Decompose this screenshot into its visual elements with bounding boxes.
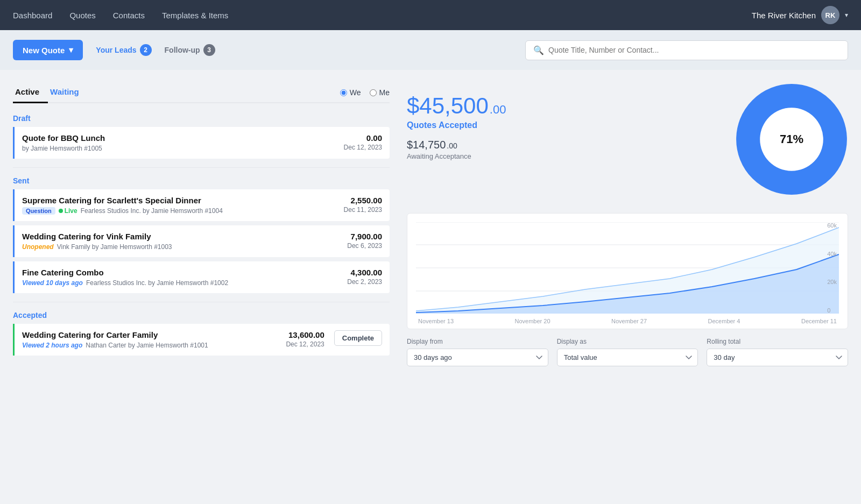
tab-active[interactable]: Active [13,83,48,103]
x-label-3: December 4 [708,318,740,324]
display-as-group: Display as Total value Count [557,338,698,366]
display-from-group: Display from 30 days ago 60 days ago 90 … [407,338,548,366]
unopened-status: Unopened [22,243,54,251]
radio-me-text: Me [379,88,390,97]
radio-we-input[interactable] [340,89,347,96]
awaiting-label: Awaiting Acceptance [407,152,722,160]
nav-dashboard[interactable]: Dashboard [13,9,52,22]
followup-badge: 3 [203,44,215,56]
quote-date: Dec 6, 2023 [347,242,382,250]
nav-contacts[interactable]: Contacts [113,9,145,22]
awaiting-cents: .00 [447,141,457,150]
donut-chart: 71% [735,83,848,196]
quote-title: Supreme Catering for Scarlett's Special … [22,196,337,205]
rolling-total-label: Rolling total [707,338,848,345]
your-leads-badge: 2 [140,44,152,56]
quote-card-left: Wedding Catering for Vink Family Unopene… [22,232,341,251]
quote-amount: 7,900.00 [347,232,382,241]
x-label-4: December 11 [801,318,837,324]
quote-amount: 0.00 [344,133,382,143]
radio-we-label[interactable]: We [340,88,361,97]
question-badge: Question [22,207,55,215]
radio-me-label[interactable]: Me [370,88,390,97]
quote-card-left: Wedding Catering for Carter Family Viewe… [22,330,279,349]
draft-quote-card-0[interactable]: Quote for BBQ Lunch by Jamie Hemsworth #… [13,127,390,159]
navbar: Dashboard Quotes Contacts Templates & It… [0,0,861,30]
nav-quotes[interactable]: Quotes [69,9,95,22]
chart-container: 60k 40k 20k 0 November 13 November 20 No… [407,213,848,329]
accepted-quote-card-0[interactable]: Wedding Catering for Carter Family Viewe… [13,324,390,356]
company-name: The River Kitchen [752,11,816,20]
quote-card-right: 13,600.00 Dec 12, 2023 Complete [279,330,382,348]
y-label-0: 0 [827,307,837,314]
nav-templates[interactable]: Templates & Items [162,9,228,22]
section-divider-2 [13,302,390,302]
nav-company[interactable]: The River Kitchen RK ▾ [752,6,848,24]
rolling-total-group: Rolling total 30 day 7 day 14 day [707,338,848,366]
draft-section-title: Draft [13,114,390,123]
quote-meta: Question Live Fearless Studios Inc. by J… [22,207,337,215]
chart-x-labels: November 13 November 20 November 27 Dece… [416,318,839,324]
display-as-label: Display as [557,338,698,345]
sent-quote-card-0[interactable]: Supreme Catering for Scarlett's Special … [13,189,390,221]
quote-amount: 13,600.00 [286,330,324,339]
quote-card-right: 4,300.00 Dec 2, 2023 [341,268,382,286]
quote-date: Dec 11, 2023 [344,206,382,214]
complete-button[interactable]: Complete [334,330,382,346]
accepted-label: Quotes Accepted [407,120,722,130]
quote-title: Fine Catering Combo [22,268,341,277]
x-label-2: November 27 [611,318,647,324]
new-quote-label: New Quote [23,46,65,55]
display-from-label: Display from [407,338,548,345]
display-from-select[interactable]: 30 days ago 60 days ago 90 days ago [407,349,548,366]
stats-text: $45,500.00 Quotes Accepted $14,750.00 Aw… [407,83,722,160]
dropdown-icon: ▾ [69,45,73,55]
y-label-60k: 60k [827,222,837,229]
quote-date: Dec 12, 2023 [286,340,324,348]
search-box: 🔍 [525,40,848,60]
search-input[interactable] [548,46,840,54]
quote-title: Wedding Catering for Carter Family [22,330,279,339]
tab-waiting[interactable]: Waiting [48,83,88,103]
chart-controls: Display from 30 days ago 60 days ago 90 … [407,338,848,366]
quote-meta: Unopened Vink Family by Jamie Hemsworth … [22,243,341,251]
quote-amount: 4,300.00 [347,268,382,277]
rolling-total-select[interactable]: 30 day 7 day 14 day [707,349,848,366]
accepted-amount: $45,500 [407,94,489,118]
radio-me-input[interactable] [370,89,377,96]
display-as-select[interactable]: Total value Count [557,349,698,366]
quote-card-left: Supreme Catering for Scarlett's Special … [22,196,337,215]
followup-pill[interactable]: Follow-up 3 [165,44,215,56]
accepted-amount-row: $45,500.00 [407,94,722,118]
sent-quote-card-2[interactable]: Fine Catering Combo Viewed 10 days ago F… [13,261,390,293]
quote-date: Dec 12, 2023 [344,144,382,151]
toolbar: New Quote ▾ Your Leads 2 Follow-up 3 🔍 [0,30,861,70]
quote-meta: Viewed 10 days ago Fearless Studios Inc.… [22,279,341,287]
quote-title: Wedding Catering for Vink Family [22,232,341,241]
new-quote-button[interactable]: New Quote ▾ [13,40,83,60]
followup-label: Follow-up [165,46,200,54]
sent-section-title: Sent [13,176,390,185]
quote-meta: by Jamie Hemsworth #1005 [22,145,337,152]
section-divider-1 [13,167,390,168]
sent-quote-card-1[interactable]: Wedding Catering for Vink Family Unopene… [13,225,390,257]
quote-card-left: Fine Catering Combo Viewed 10 days ago F… [22,268,341,287]
quote-meta: Viewed 2 hours ago Nathan Carter by Jami… [22,342,279,349]
donut-percent: 71% [780,132,803,146]
stats-row: $45,500.00 Quotes Accepted $14,750.00 Aw… [407,83,848,196]
quote-amount: 2,550.00 [344,196,382,205]
chart-area: 60k 40k 20k 0 [416,222,839,314]
awaiting-amount-row: $14,750.00 [407,139,722,151]
accepted-section-title: Accepted [13,311,390,320]
chart-svg [416,222,839,314]
quote-title: Quote for BBQ Lunch [22,133,337,143]
x-label-0: November 13 [418,318,454,324]
your-leads-pill[interactable]: Your Leads 2 [96,44,151,56]
main-content: Active Waiting We Me Draft Quote for BBQ… [0,70,861,379]
viewed-status: Viewed 2 hours ago [22,342,82,349]
your-leads-label: Your Leads [96,46,136,54]
tabs-row: Active Waiting We Me [13,83,390,103]
accepted-amount-cents: .00 [490,103,506,116]
x-label-1: November 20 [515,318,551,324]
y-label-40k: 40k [827,251,837,257]
